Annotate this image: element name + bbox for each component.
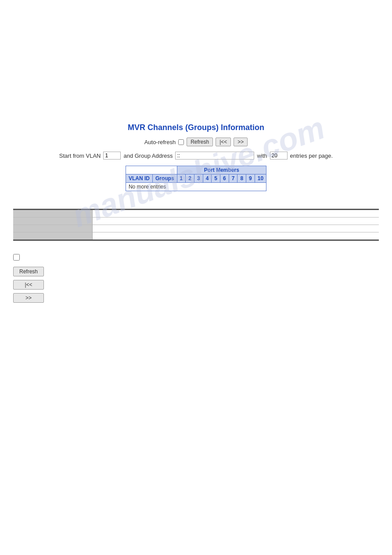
desc-table <box>13 209 379 241</box>
bottom-auto-refresh-checkbox[interactable] <box>13 254 20 261</box>
desc-label-4 <box>13 232 92 240</box>
table-row <box>13 218 379 225</box>
col-10: 10 <box>255 174 266 183</box>
auto-refresh-checkbox[interactable] <box>178 139 184 145</box>
desc-label-2 <box>13 218 92 225</box>
start-vlan-label: Start from VLAN <box>59 152 101 159</box>
desc-value-2 <box>92 218 379 225</box>
desc-label-3 <box>13 225 92 232</box>
port-members-header: Port Members <box>177 166 266 174</box>
main-table: Port Members VLAN ID Groups 1 2 3 4 5 6 … <box>126 166 266 191</box>
vlan-input[interactable] <box>103 152 121 160</box>
col-6: 6 <box>220 174 229 183</box>
prev-button[interactable]: |<< <box>216 138 231 146</box>
entries-per-page-label: entries per page. <box>290 152 333 159</box>
col-3: 3 <box>194 174 203 183</box>
col-8: 8 <box>237 174 246 183</box>
table-row <box>13 210 379 218</box>
filter-row: Start from VLAN and Group Address with e… <box>9 152 383 160</box>
desc-value-1 <box>92 210 379 218</box>
col-5: 5 <box>212 174 220 183</box>
desc-label-1 <box>13 210 92 218</box>
page-title: MVR Channels (Groups) Information <box>9 123 383 132</box>
group-address-input[interactable] <box>175 152 254 160</box>
page-wrapper: manualshive.com MVR Channels (Groups) In… <box>0 0 392 555</box>
with-label: with <box>257 152 267 159</box>
bottom-controls: Refresh |<< >> <box>9 254 383 303</box>
no-entries-row: No more entries <box>126 183 266 191</box>
refresh-button[interactable]: Refresh <box>187 138 213 146</box>
top-section: MVR Channels (Groups) Information Auto-r… <box>9 123 383 191</box>
col-1: 1 <box>177 174 186 183</box>
table-row <box>13 225 379 232</box>
main-table-wrapper: Port Members VLAN ID Groups 1 2 3 4 5 6 … <box>9 166 383 191</box>
bottom-next-button[interactable]: >> <box>13 293 44 303</box>
col-2: 2 <box>186 174 194 183</box>
bottom-refresh-button[interactable]: Refresh <box>13 267 44 276</box>
col-4: 4 <box>203 174 212 183</box>
col-groups: Groups <box>152 174 177 183</box>
no-entries-cell: No more entries <box>126 183 266 191</box>
controls-row: Auto-refresh Refresh |<< >> <box>9 138 383 146</box>
desc-value-4 <box>92 232 379 240</box>
desc-value-3 <box>92 225 379 232</box>
col-9: 9 <box>246 174 255 183</box>
group-address-label: and Group Address <box>123 152 173 159</box>
next-button[interactable]: >> <box>234 138 248 146</box>
lower-section <box>9 209 383 241</box>
auto-refresh-label: Auto-refresh <box>144 139 176 145</box>
table-row <box>13 232 379 240</box>
col-7: 7 <box>229 174 237 183</box>
col-vlan-id: VLAN ID <box>126 174 152 183</box>
bottom-prev-button[interactable]: |<< <box>13 280 44 290</box>
bottom-auto-refresh-row <box>13 254 379 261</box>
entries-input[interactable] <box>270 152 288 160</box>
